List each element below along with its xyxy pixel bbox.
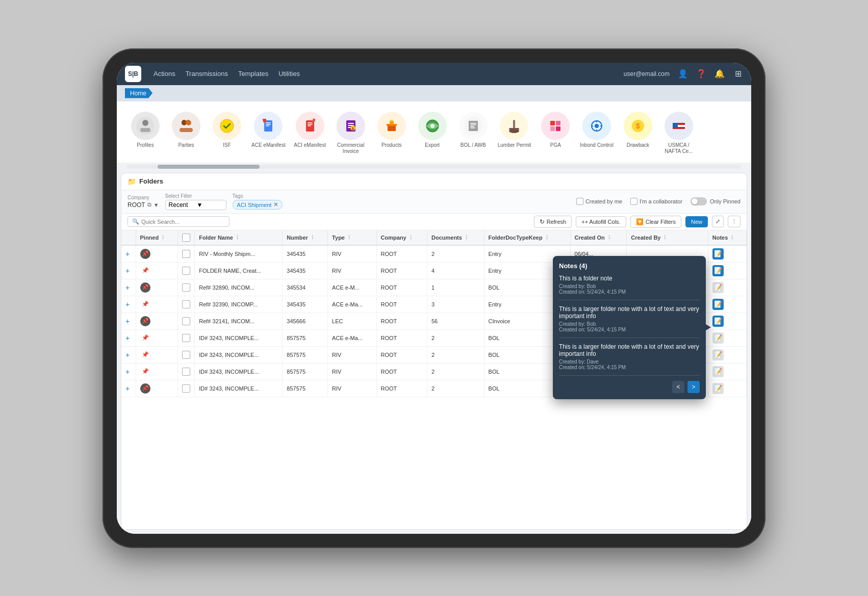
icon-aci-emanifest[interactable]: ACI eManifest (292, 110, 328, 157)
cell-notes[interactable]: 📝 (708, 296, 746, 313)
pin-button[interactable]: 📌 (140, 249, 150, 259)
refresh-button[interactable]: ↻ Refresh (534, 216, 572, 228)
cell-plus[interactable]: + (121, 262, 136, 279)
pin-button[interactable]: 📌 (140, 266, 150, 276)
pin-button[interactable]: 📌 (140, 333, 150, 343)
note-button[interactable]: 📝 (712, 349, 724, 360)
icon-pga[interactable]: PGA (537, 110, 574, 157)
new-button[interactable]: New (685, 216, 708, 227)
help-icon[interactable]: ❓ (696, 69, 706, 79)
select-filter-control[interactable]: Recent ▼ (165, 200, 226, 210)
cell-notes[interactable]: 📝 (708, 245, 746, 263)
notes-next-btn[interactable]: > (687, 381, 700, 393)
pin-button[interactable]: 📌 (140, 350, 150, 360)
cell-cb[interactable] (178, 363, 195, 380)
cell-plus[interactable]: + (121, 279, 136, 296)
collaborator-check[interactable]: I'm a collaborator (630, 198, 682, 205)
col-created-on[interactable]: Created On⋮ (570, 230, 627, 245)
note-button[interactable]: 📝 (712, 265, 724, 276)
col-created-by[interactable]: Created By⋮ (627, 230, 708, 245)
note-button[interactable]: 📝 (712, 299, 724, 310)
breadcrumb-home[interactable]: Home (125, 88, 152, 98)
col-company[interactable]: Company⋮ (376, 230, 427, 245)
cell-plus[interactable]: + (121, 363, 136, 380)
col-folder-name[interactable]: Folder Name⋮ (195, 230, 283, 245)
created-by-me-check[interactable]: Created by me (576, 198, 622, 205)
col-notes[interactable]: Notes⋮ (708, 230, 746, 245)
cell-cb[interactable] (178, 262, 195, 279)
cell-notes[interactable]: 📝 (708, 329, 746, 346)
note-button[interactable]: 📝 (712, 248, 724, 260)
cell-plus[interactable]: + (121, 245, 136, 263)
tag-remove-btn[interactable]: ✕ (273, 201, 278, 208)
nav-utilities[interactable]: Utilities (278, 68, 300, 80)
icon-profiles[interactable]: Profiles (127, 110, 164, 157)
pin-button[interactable]: 📌 (140, 299, 150, 309)
search-input[interactable] (141, 219, 213, 225)
pin-button[interactable]: 📌 (140, 282, 150, 293)
icon-export[interactable]: Export (414, 110, 451, 157)
company-filter-icon[interactable]: ▼ (154, 202, 159, 208)
notes-prev-btn[interactable]: < (672, 381, 684, 393)
grid-icon[interactable]: ⊞ (733, 69, 743, 79)
user-icon[interactable]: 👤 (678, 69, 688, 79)
pin-button[interactable]: 📌 (140, 383, 150, 394)
nav-transmissions[interactable]: Transmissions (186, 68, 228, 80)
col-number[interactable]: Number⋮ (283, 230, 328, 245)
more-options-button[interactable]: ⋮ (728, 216, 741, 227)
icon-commercial-invoice[interactable]: $ Commercial Invoice (333, 110, 369, 157)
col-documents[interactable]: Documents⋮ (427, 230, 484, 245)
col-type[interactable]: Type⋮ (328, 230, 376, 245)
cell-cb[interactable] (178, 313, 195, 329)
pin-button[interactable]: 📌 (140, 316, 150, 326)
nav-actions[interactable]: Actions (154, 68, 175, 80)
col-doctype[interactable]: FolderDocTypeKeep⋮ (484, 230, 570, 245)
clear-filters-button[interactable]: 🔽 Clear Filters (630, 216, 681, 228)
icon-lumber-permit[interactable]: Lumber Permit (496, 110, 533, 157)
created-by-me-checkbox[interactable] (576, 198, 583, 205)
cell-cb[interactable] (178, 296, 195, 313)
cell-cb[interactable] (178, 245, 195, 263)
bell-icon[interactable]: 🔔 (714, 69, 725, 79)
expand-button[interactable]: ⤢ (712, 216, 724, 227)
cell-cb[interactable] (178, 346, 195, 363)
icon-ace-emanifest[interactable]: ACE eManifest (249, 110, 288, 157)
col-pinned[interactable]: Pinned⋮ (136, 230, 178, 245)
cell-cb[interactable] (178, 329, 195, 346)
tag-aci-shipment[interactable]: ACI Shipment ✕ (233, 200, 283, 210)
icon-drawback[interactable]: $ Drawback (620, 110, 656, 157)
note-button[interactable]: 📝 (712, 316, 724, 327)
cell-notes[interactable]: 📝 (708, 262, 746, 279)
company-copy-icon[interactable]: ⧉ (147, 201, 151, 208)
cell-plus[interactable]: + (121, 329, 136, 346)
collaborator-checkbox[interactable] (630, 198, 637, 205)
cell-plus[interactable]: + (121, 313, 136, 329)
cell-plus[interactable]: + (121, 380, 136, 397)
cell-cb[interactable] (178, 279, 195, 296)
pin-button[interactable]: 📌 (140, 367, 150, 377)
icon-inbond-control[interactable]: Inbond Control (578, 110, 616, 157)
cell-cb[interactable] (178, 380, 195, 397)
cell-plus[interactable]: + (121, 346, 136, 363)
search-box[interactable]: 🔍 (127, 216, 229, 227)
cell-notes[interactable]: 📝 (708, 279, 746, 296)
cell-notes[interactable]: 📝 (708, 380, 746, 397)
cell-plus[interactable]: + (121, 296, 136, 313)
cell-notes[interactable]: 📝 (708, 363, 746, 380)
cell-notes[interactable]: 📝 (708, 346, 746, 363)
note-button[interactable]: 📝 (712, 383, 724, 394)
icon-bol-awb[interactable]: BOL / AWB (455, 110, 492, 157)
icon-isf[interactable]: ISF (209, 110, 245, 157)
note-button[interactable]: 📝 (712, 282, 724, 293)
note-button[interactable]: 📝 (712, 332, 724, 344)
only-pinned-toggle[interactable]: Only Pinned (691, 197, 741, 205)
autofill-button[interactable]: ++ Autofill Cols. (576, 216, 626, 227)
cell-notes[interactable]: 📝 (708, 313, 746, 329)
icon-products[interactable]: Products (373, 110, 410, 157)
only-pinned-track[interactable] (691, 197, 707, 205)
note-button[interactable]: 📝 (712, 366, 724, 377)
icon-usmca[interactable]: USMCA / NAFTA Ce... (660, 110, 697, 157)
nav-templates[interactable]: Templates (238, 68, 268, 80)
icon-scrollbar[interactable] (127, 165, 741, 169)
icon-parties[interactable]: Parties (168, 110, 205, 157)
